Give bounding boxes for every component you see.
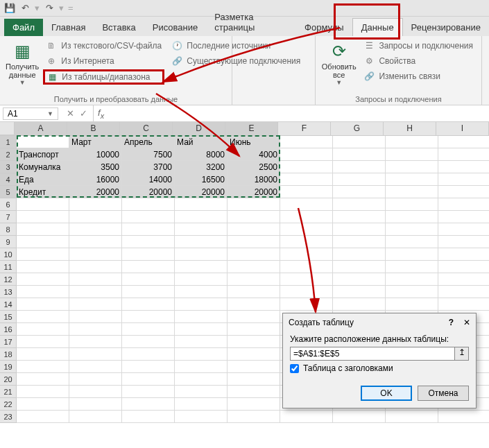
- cell[interactable]: [175, 386, 228, 398]
- cell[interactable]: [228, 411, 280, 423]
- cell[interactable]: [280, 261, 333, 273]
- cell[interactable]: [280, 198, 333, 211]
- cell[interactable]: [69, 311, 122, 323]
- cell[interactable]: [69, 411, 122, 423]
- cell[interactable]: 7500: [122, 148, 175, 161]
- cell[interactable]: 20000: [69, 186, 122, 198]
- cell[interactable]: [280, 173, 333, 186]
- row-header[interactable]: 16: [0, 323, 17, 336]
- cell[interactable]: [175, 198, 228, 211]
- cell[interactable]: 10000: [69, 148, 122, 161]
- cell[interactable]: [122, 236, 175, 248]
- edit-links-button[interactable]: 🔗Изменить связи: [361, 69, 476, 83]
- cell[interactable]: [280, 136, 333, 148]
- cell[interactable]: [333, 211, 386, 223]
- cell[interactable]: [280, 273, 333, 286]
- cell[interactable]: [333, 161, 386, 173]
- row-header[interactable]: 3: [0, 161, 17, 173]
- row-header[interactable]: 21: [0, 386, 17, 398]
- cell[interactable]: [175, 273, 228, 286]
- cell[interactable]: [175, 311, 228, 323]
- row-header[interactable]: 17: [0, 336, 17, 348]
- cell[interactable]: Комуналка: [17, 161, 69, 173]
- headers-checkbox[interactable]: [290, 364, 299, 373]
- cell[interactable]: [122, 348, 175, 361]
- cell[interactable]: [175, 398, 228, 411]
- row-header[interactable]: 23: [0, 411, 17, 423]
- cell[interactable]: [69, 348, 122, 361]
- cell[interactable]: [69, 236, 122, 248]
- cell[interactable]: 18000: [228, 173, 280, 186]
- cell[interactable]: [17, 136, 69, 148]
- cell[interactable]: [228, 398, 280, 411]
- cell[interactable]: [386, 273, 438, 286]
- row-header[interactable]: 2: [0, 148, 17, 161]
- row-header[interactable]: 9: [0, 236, 17, 248]
- cell[interactable]: [333, 173, 386, 186]
- cell[interactable]: [228, 348, 280, 361]
- row-header[interactable]: 22: [0, 398, 17, 411]
- cell[interactable]: [69, 286, 122, 298]
- cell[interactable]: [122, 298, 175, 311]
- cell[interactable]: [17, 286, 69, 298]
- row-header[interactable]: 4: [0, 173, 17, 186]
- properties-button[interactable]: ⚙Свойства: [361, 54, 476, 68]
- cell[interactable]: [17, 348, 69, 361]
- cell[interactable]: [228, 373, 280, 386]
- ok-button[interactable]: OK: [361, 386, 412, 401]
- cell[interactable]: [17, 361, 69, 373]
- cell[interactable]: [17, 398, 69, 411]
- cell[interactable]: [17, 248, 69, 261]
- cell[interactable]: [17, 323, 69, 336]
- cell[interactable]: [228, 248, 280, 261]
- cell[interactable]: [386, 261, 438, 273]
- cell[interactable]: [17, 236, 69, 248]
- column-header[interactable]: A: [15, 122, 67, 135]
- cell[interactable]: [69, 273, 122, 286]
- cell[interactable]: [17, 223, 69, 236]
- cell[interactable]: [69, 298, 122, 311]
- range-input[interactable]: [290, 347, 455, 361]
- cell[interactable]: [175, 411, 228, 423]
- cell[interactable]: [122, 211, 175, 223]
- cell[interactable]: 16500: [175, 173, 228, 186]
- column-header[interactable]: I: [436, 122, 489, 135]
- save-icon[interactable]: 💾: [4, 3, 15, 14]
- from-csv-button[interactable]: 🗎Из текстового/CSV-файла: [43, 39, 164, 53]
- cell[interactable]: Март: [69, 136, 122, 148]
- cell[interactable]: [17, 298, 69, 311]
- cell[interactable]: [69, 386, 122, 398]
- headers-checkbox-row[interactable]: Таблица с заголовками: [290, 363, 469, 373]
- cell[interactable]: [175, 348, 228, 361]
- from-web-button[interactable]: ⊕Из Интернета: [43, 54, 164, 68]
- cell[interactable]: [69, 198, 122, 211]
- cell[interactable]: [175, 223, 228, 236]
- cell[interactable]: [228, 261, 280, 273]
- cell[interactable]: [228, 223, 280, 236]
- cell[interactable]: [333, 286, 386, 298]
- cell[interactable]: [228, 386, 280, 398]
- cell[interactable]: [175, 286, 228, 298]
- cell[interactable]: 3200: [175, 161, 228, 173]
- column-header[interactable]: E: [225, 122, 278, 135]
- cell[interactable]: [386, 173, 438, 186]
- cell[interactable]: [17, 311, 69, 323]
- tab-file[interactable]: Файл: [4, 19, 43, 36]
- cell[interactable]: [333, 186, 386, 198]
- redo-icon[interactable]: ↷: [44, 3, 55, 14]
- cell[interactable]: [175, 373, 228, 386]
- cell[interactable]: [122, 286, 175, 298]
- cell[interactable]: [386, 186, 438, 198]
- cell[interactable]: [122, 336, 175, 348]
- cell[interactable]: [175, 248, 228, 261]
- cell[interactable]: [280, 161, 333, 173]
- cell[interactable]: 20000: [175, 186, 228, 198]
- cell[interactable]: Транспорт: [17, 148, 69, 161]
- help-icon[interactable]: ?: [449, 318, 454, 327]
- cell[interactable]: [228, 361, 280, 373]
- column-header[interactable]: F: [278, 122, 331, 135]
- cell[interactable]: [280, 186, 333, 198]
- cell[interactable]: 8000: [175, 148, 228, 161]
- row-header[interactable]: 14: [0, 298, 17, 311]
- column-header[interactable]: B: [67, 122, 120, 135]
